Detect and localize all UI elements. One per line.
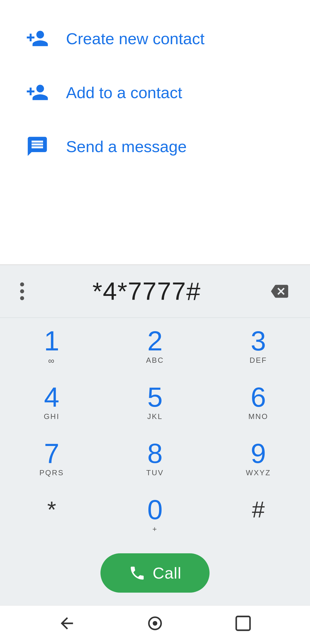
call-label: Call [153,564,181,582]
key-5[interactable]: 5 JKL [103,374,207,430]
key-5-number: 5 [147,383,162,411]
add-contact-label: Add to a contact [66,83,182,102]
key-8[interactable]: 8 TUV [103,430,207,487]
key-3[interactable]: 3 DEF [207,318,310,374]
key-2-number: 2 [147,327,162,355]
key-8-number: 8 [147,440,162,467]
send-message-item[interactable]: Send a message [0,119,310,173]
dot-2 [20,289,24,293]
key-6-number: 6 [251,383,266,411]
svg-rect-2 [236,616,250,630]
key-hash[interactable]: # [207,487,310,543]
create-contact-label: Create new contact [66,29,204,48]
key-0-letters: + [152,525,158,535]
navigation-bar [0,605,310,644]
key-9-number: 9 [251,440,266,467]
add-to-contact-item[interactable]: Add to a contact [0,65,310,119]
home-button[interactable] [146,614,164,633]
key-8-letters: TUV [146,468,164,479]
key-7[interactable]: 7 PQRS [0,430,103,487]
dot-3 [20,296,24,300]
dot-1 [20,282,24,286]
menu-section: Create new contact Add to a contact Send… [0,0,310,173]
key-6-letters: MNO [248,412,268,422]
send-message-label: Send a message [66,137,187,156]
key-7-number: 7 [44,440,59,467]
key-4[interactable]: 4 GHI [0,374,103,430]
back-button[interactable] [58,614,76,633]
key-3-number: 3 [251,327,266,355]
key-2[interactable]: 2 ABC [103,318,207,374]
key-0-number: 0 [147,496,162,523]
call-button[interactable]: Call [100,553,210,593]
send-message-icon [23,132,52,161]
key-3-letters: DEF [250,356,267,366]
key-6[interactable]: 6 MNO [207,374,310,430]
key-4-number: 4 [44,383,59,411]
dialed-number: *4*7777# [27,277,266,306]
key-7-letters: PQRS [39,468,64,479]
content-spacer [0,173,310,264]
key-1-letters: ∞ [48,356,55,366]
keypad-grid: 1 ∞ 2 ABC 3 DEF 4 GHI 5 JKL 6 MNO 7 [0,318,310,543]
recents-button[interactable] [234,614,252,633]
svg-point-1 [153,621,157,626]
dialpad-section: *4*7777# 1 ∞ 2 ABC 3 DEF 4 GHI 5 [0,265,310,605]
key-4-letters: GHI [44,412,59,422]
create-new-contact-item[interactable]: Create new contact [0,11,310,65]
add-to-contact-icon [23,78,52,107]
key-5-letters: JKL [147,412,163,422]
key-9-letters: WXYZ [246,468,271,479]
create-contact-icon [23,24,52,53]
display-row: *4*7777# [0,265,310,318]
dialpad-menu-button[interactable] [17,280,27,303]
call-button-row: Call [0,543,310,605]
key-2-letters: ABC [146,356,164,366]
key-star-symbol: * [47,498,56,521]
key-hash-symbol: # [252,498,265,521]
key-1[interactable]: 1 ∞ [0,318,103,374]
key-0[interactable]: 0 + [103,487,207,543]
key-star[interactable]: * [0,487,103,543]
key-1-number: 1 [44,327,59,355]
delete-button[interactable] [266,280,293,303]
key-9[interactable]: 9 WXYZ [207,430,310,487]
